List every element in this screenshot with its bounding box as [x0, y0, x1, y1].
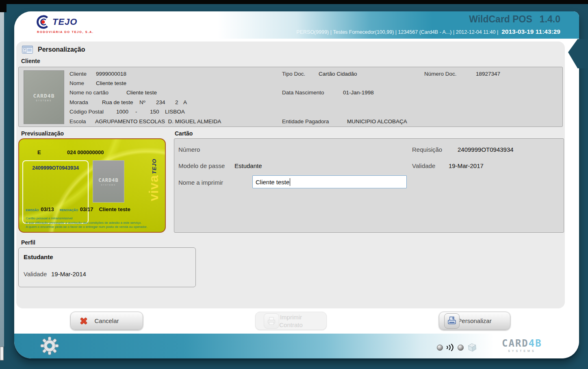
tipo-doc-value: Cartão Cidadão	[319, 71, 357, 77]
gear-icon[interactable]	[40, 336, 59, 355]
legal-line-2: A sua utilização pressupõe a aceitação d…	[26, 221, 147, 225]
card-profile-code: E	[37, 149, 41, 155]
cartao-groupbox: Número Modelo de passe Estudante Nome a …	[174, 138, 564, 233]
morada-num: 234	[156, 99, 165, 105]
previsualizacao-section-label: Previsualização	[21, 130, 64, 137]
cartao-numero-label: Número	[178, 146, 200, 153]
card4b-logo-icon: CARD4B SYSTEMS	[93, 160, 124, 203]
cp4: 1000	[116, 109, 128, 115]
personalize-button[interactable]: Personalizar	[439, 312, 510, 330]
morada-floor: 2	[175, 99, 178, 105]
brand-name: TEJO	[52, 17, 77, 27]
morada-num-label: Nº	[139, 99, 145, 105]
card-number: 2409999OT0943934	[23, 165, 88, 171]
card-printer-icon	[444, 313, 460, 329]
card4b-logo-text: CARD4B	[98, 177, 118, 183]
page-title: Personalização	[38, 46, 85, 53]
page-title-row: Personalização	[22, 46, 85, 54]
text-caret	[290, 178, 290, 186]
cp3: 150	[150, 109, 159, 115]
device-status-group	[437, 342, 478, 353]
entidade-pagadora-label: Entidade Pagadora	[282, 118, 329, 124]
morada-street: Rua de teste	[102, 99, 133, 105]
cancel-button-label: Cancelar	[94, 317, 119, 324]
main-window: TEJO RODOVIÁRIA DO TEJO, S.A. WildCard P…	[14, 11, 579, 358]
numero-doc-value: 18927347	[476, 71, 500, 77]
cp-separator: -	[135, 109, 137, 115]
legal-line-3: A quem o encontrar pede-se o favor de o …	[26, 225, 147, 229]
printer-status-icon	[466, 342, 478, 353]
name-to-print-value: Cliente teste	[256, 179, 289, 186]
card-dates-row: EMISSÃO 03/13 RENOVAÇÃO 03/17 Cliente te…	[26, 206, 130, 212]
app-name: WildCard POS	[469, 14, 532, 25]
footer-logo-systems: SYSTEMS	[502, 349, 542, 352]
session-info: PERSO(9999) | Testes Fornecedor(100,99) …	[296, 29, 498, 35]
cartao-section-label: Cartão	[175, 130, 193, 137]
perfil-groupbox: Estudante Validade 19-Mar-2014	[18, 247, 196, 287]
renovacao-label: RENOVAÇÃO	[60, 209, 78, 212]
print-contract-printer-icon	[264, 313, 279, 329]
data-nascimento-value: 01-Jan-1998	[343, 90, 374, 96]
card-number-box: 2409999OT0943934	[22, 160, 89, 224]
requisicao-value: 2409999OT0943934	[458, 146, 514, 153]
cartao-validade-label: Validade	[412, 162, 435, 169]
personalization-panel: Personalização Cliente CARD4B SYSTEMS Cl…	[16, 41, 565, 308]
cp-city: LISBOA	[165, 109, 185, 115]
perfil-section-label: Perfil	[21, 239, 35, 246]
window-footer: CARD4B SYSTEMS	[14, 334, 579, 358]
app-version: 1.4.0	[540, 14, 560, 25]
morada-door: A	[183, 99, 187, 105]
application-background: TEJO RODOVIÁRIA DO TEJO, S.A. WildCard P…	[0, 0, 588, 369]
footer-logo-card: CARD	[502, 338, 529, 349]
viva-tejo-logo: viva TEJO	[145, 147, 163, 212]
status-led-2	[458, 345, 464, 351]
modelo-passe-value: Estudante	[234, 162, 262, 169]
nome-imprimir-label: Nome a imprimir	[178, 179, 223, 186]
escola-label: Escola	[69, 118, 86, 124]
name-to-print-input[interactable]: Cliente teste	[252, 175, 407, 188]
perfil-validade-value: 19-Mar-2014	[51, 271, 86, 277]
escola-value: AGRUPAMENTO ESCOLAS D. MIGUEL ALMEIDA	[95, 118, 221, 124]
emissao-value: 03/13	[41, 206, 54, 212]
data-nascimento-label: Data Nascimento	[282, 90, 324, 96]
background-window-fragment	[0, 347, 4, 360]
tipo-doc-label: Tipo Doc.	[282, 71, 305, 77]
nome-value: Cliente teste	[96, 80, 126, 86]
personalize-button-label: Personalizar	[458, 317, 491, 324]
viva-text: viva	[148, 175, 160, 201]
footer-logo-4b: 4B	[529, 338, 542, 349]
app-title: WildCard POS 1.4.0	[469, 14, 560, 25]
emissao-label: EMISSÃO	[26, 209, 39, 212]
window-header: TEJO RODOVIÁRIA DO TEJO, S.A. WildCard P…	[14, 11, 579, 39]
modelo-passe-label: Modelo de passe	[178, 162, 225, 169]
print-contract-button[interactable]: Imprimir Contrato	[255, 312, 327, 330]
signal-waves-icon	[446, 343, 455, 352]
perfil-nome: Estudante	[24, 253, 53, 260]
legal-line-1: Cartão pessoal e intransmissível	[26, 216, 147, 221]
card-serial: 024 000000000	[67, 149, 104, 155]
nome-no-cartao-label: Nome no cartão	[69, 90, 108, 96]
tejo-c-mark-icon	[35, 14, 51, 30]
card-legal-text: Cartão pessoal e intransmissível A sua u…	[26, 216, 147, 229]
client-photo-systems-text: SYSTEMS	[36, 100, 52, 102]
card4b-footer-logo: CARD4B SYSTEMS	[502, 338, 542, 352]
tejo-logo: TEJO RODOVIÁRIA DO TEJO, S.A.	[35, 14, 129, 34]
nome-label: Nome	[69, 80, 84, 86]
numero-doc-label: Número Doc.	[424, 71, 457, 77]
session-bar: PERSO(9999) | Testes Fornecedor(100,99) …	[296, 28, 560, 35]
cliente-groupbox: CARD4B SYSTEMS Cliente 9999000018 Nome C…	[18, 67, 563, 127]
top-black-bar	[0, 0, 588, 4]
current-datetime: 2013-03-19 11:43:29	[501, 28, 560, 35]
cliente-number-value: 9999000018	[96, 71, 126, 77]
morada-label: Morada	[69, 99, 88, 105]
entidade-pagadora-value: MUNICIPIO ALCOBAÇA	[347, 118, 407, 124]
viva-tejo-text: TEJO	[151, 159, 157, 174]
print-contract-label-line2: Contrato	[279, 321, 303, 329]
card4b-logo-subtext: SYSTEMS	[101, 184, 116, 186]
cartao-validade-value: 19-Mar-2017	[449, 162, 484, 169]
cliente-section-label: Cliente	[21, 58, 40, 64]
cancel-button[interactable]: Cancelar	[70, 312, 143, 330]
codigo-postal-label: Código Postal	[69, 109, 104, 115]
background-window-edge	[0, 12, 4, 347]
cliente-number-label: Cliente	[69, 71, 87, 77]
